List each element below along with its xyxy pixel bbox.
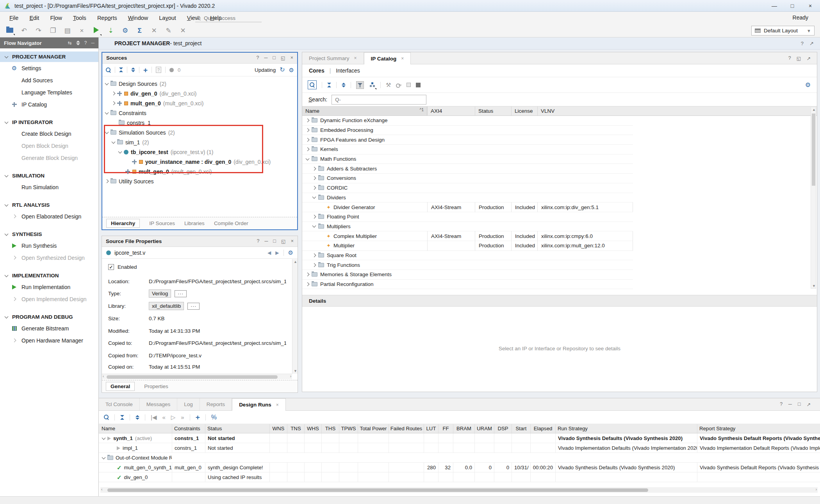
nav-item-open-elaborated-design[interactable]: Open Elaborated Design bbox=[0, 210, 98, 222]
catalog-item-divider-generator[interactable]: ✦Divider GeneratorAXI4-StreamProductionI… bbox=[302, 202, 633, 212]
stop-icon[interactable] bbox=[416, 83, 421, 87]
expand-all-icon[interactable] bbox=[342, 83, 346, 87]
column-header-status[interactable]: Status bbox=[475, 106, 511, 115]
menu-reports[interactable]: Reports bbox=[92, 15, 123, 21]
nav-item-open-implemented-design[interactable]: Open Implemented Design bbox=[0, 293, 98, 305]
nav-item-language-templates[interactable]: Language Templates bbox=[0, 86, 98, 98]
catalog-item-embedded-processing[interactable]: Embedded Processing bbox=[302, 126, 633, 135]
filter-toggle-icon[interactable] bbox=[356, 81, 364, 89]
catalog-item-adders-subtracters[interactable]: Adders & Subtracters bbox=[302, 164, 633, 174]
nav-item-add-sources[interactable]: Add Sources bbox=[0, 74, 98, 86]
catalog-item-square-root[interactable]: Square Root bbox=[302, 251, 633, 261]
source-tree-item-sim-1[interactable]: sim_1 (2) bbox=[102, 137, 297, 147]
forward-icon[interactable]: ▶ bbox=[275, 250, 279, 256]
nav-item-open-block-design[interactable]: Open Block Design bbox=[0, 140, 98, 152]
catalog-item-kernels[interactable]: Kernels bbox=[302, 145, 633, 154]
scroll-right-icon[interactable]: › bbox=[816, 487, 817, 492]
column-header-constraints[interactable]: Constraints bbox=[172, 424, 205, 433]
run-button[interactable] bbox=[92, 27, 100, 34]
catalog-item-complex-multiplier[interactable]: ✦Complex MultiplierAXI4-StreamProduction… bbox=[302, 231, 633, 241]
view-interfaces[interactable]: Interfaces bbox=[336, 67, 360, 74]
nav-section-synthesis[interactable]: SYNTHESIS bbox=[0, 229, 98, 240]
undo-icon[interactable]: ↶ bbox=[20, 27, 28, 34]
source-tree-item-design-sources[interactable]: Design Sources (2) bbox=[102, 79, 297, 89]
chevron-down-icon[interactable] bbox=[5, 173, 9, 177]
column-header-failed-routes[interactable]: Failed Routes bbox=[389, 424, 424, 433]
create-run-icon[interactable]: + bbox=[196, 413, 200, 421]
column-header-total-power[interactable]: Total Power bbox=[358, 424, 389, 433]
help-icon[interactable]: ? bbox=[84, 40, 87, 46]
chevron-down-icon[interactable] bbox=[102, 436, 106, 440]
float-icon[interactable]: ↗ bbox=[809, 41, 814, 46]
step-back-icon[interactable]: « bbox=[162, 414, 165, 420]
nav-section-simulation[interactable]: SIMULATION bbox=[0, 170, 98, 181]
menu-edit[interactable]: Edit bbox=[24, 15, 45, 21]
nav-section-program-and-debug[interactable]: PROGRAM AND DEBUG bbox=[0, 312, 98, 322]
dock-icon[interactable]: ⇆ bbox=[68, 40, 72, 46]
nav-item-generate-bitstream[interactable]: Generate Bitstream bbox=[0, 322, 98, 334]
abort-icon[interactable]: ✕ bbox=[179, 27, 187, 34]
chevron-right-icon[interactable] bbox=[306, 138, 310, 142]
chevron-down-icon[interactable] bbox=[105, 81, 109, 85]
chevron-right-icon[interactable] bbox=[112, 101, 116, 105]
minimize-panel-icon[interactable]: ─ bbox=[264, 55, 267, 61]
chevron-right-icon[interactable] bbox=[312, 186, 316, 190]
source-tree-item-utility-sources[interactable]: Utility Sources bbox=[102, 176, 297, 186]
settings-gear-icon[interactable]: ⚙ bbox=[121, 27, 129, 34]
close-icon[interactable]: × bbox=[276, 402, 279, 408]
chevron-right-icon[interactable] bbox=[105, 179, 109, 183]
scrollbar-thumb[interactable] bbox=[107, 375, 278, 379]
menu-window[interactable]: Window bbox=[123, 15, 154, 21]
browse-button[interactable]: ··· bbox=[175, 290, 187, 297]
catalog-item-math-functions[interactable]: Math Functions bbox=[302, 154, 633, 164]
help-icon[interactable]: ? bbox=[257, 238, 260, 244]
chevron-down-icon[interactable] bbox=[105, 130, 109, 134]
quick-access-search[interactable] bbox=[195, 14, 262, 22]
vertical-scrollbar[interactable]: ▲ ▼ bbox=[811, 107, 816, 289]
paste-icon[interactable]: ▤ bbox=[63, 27, 71, 34]
source-tree-item-your-instance-name-div-gen-0[interactable]: your_instance_name : div_gen_0 (div_gen_… bbox=[102, 157, 297, 167]
group-by-icon[interactable] bbox=[369, 82, 375, 88]
scroll-left-icon[interactable]: ‹ bbox=[103, 374, 104, 378]
close-icon[interactable]: × bbox=[401, 56, 404, 61]
help-icon[interactable]: ? bbox=[780, 401, 783, 407]
chevron-down-icon[interactable] bbox=[5, 202, 9, 206]
column-header-uram[interactable]: URAM bbox=[474, 424, 494, 433]
source-tree-item-mult-gen-0[interactable]: mult_gen_0 (mult_gen_0.xci) bbox=[102, 98, 297, 108]
chevron-down-icon[interactable] bbox=[5, 120, 9, 124]
column-header-elapsed[interactable]: Elapsed bbox=[530, 424, 555, 433]
minimize-panel-icon[interactable]: ─ bbox=[788, 401, 792, 407]
chevron-right-icon[interactable] bbox=[312, 215, 316, 219]
chevron-right-icon[interactable] bbox=[306, 128, 310, 132]
catalog-item-floating-point[interactable]: Floating Point bbox=[302, 212, 633, 222]
catalog-item-fpga-features-and-design[interactable]: FPGA Features and Design bbox=[302, 135, 633, 145]
help-icon[interactable]: ? bbox=[788, 55, 791, 61]
expand-all-icon[interactable] bbox=[135, 415, 139, 420]
catalog-item-dividers[interactable]: Dividers bbox=[302, 193, 633, 203]
copy-icon[interactable]: ❐ bbox=[49, 27, 57, 34]
catalog-item-dynamic-function-exchange[interactable]: Dynamic Function eXchange bbox=[302, 116, 633, 126]
menu-file[interactable]: File bbox=[4, 15, 24, 21]
field-value-input[interactable]: xil_defaultlib bbox=[149, 302, 184, 310]
column-header-start[interactable]: Start bbox=[512, 424, 530, 433]
vertical-scrollbar[interactable]: ▲ ▼ bbox=[292, 259, 298, 374]
enabled-checkbox[interactable]: ✓ bbox=[108, 264, 114, 270]
documentation-icon[interactable]: ? bbox=[156, 67, 161, 73]
nav-section-ip-integrator[interactable]: IP INTEGRATOR bbox=[0, 117, 98, 128]
source-tree-item-constrs-1[interactable]: constrs_1 bbox=[102, 118, 297, 128]
play-run-icon[interactable]: ▷ bbox=[171, 414, 176, 420]
gear-icon[interactable]: ⚙ bbox=[805, 82, 811, 88]
view-cores[interactable]: Cores bbox=[309, 67, 324, 74]
sources-tab-compile-order[interactable]: Compile Order bbox=[214, 220, 248, 226]
chevron-down-icon[interactable] bbox=[312, 195, 316, 199]
layout-selector[interactable]: Default Layout ▼ bbox=[751, 26, 815, 35]
nav-section-rtl-analysis[interactable]: RTL ANALYSIS bbox=[0, 200, 98, 210]
column-header-vlnv[interactable]: VLNV bbox=[537, 106, 633, 115]
chevron-down-icon[interactable] bbox=[102, 455, 106, 459]
refresh-icon[interactable]: ↻ bbox=[280, 67, 285, 73]
sources-tab-hierarchy[interactable]: Hierarchy bbox=[106, 219, 140, 228]
catalog-item-cordic[interactable]: CORDIC bbox=[302, 183, 633, 193]
scroll-right-icon[interactable]: › bbox=[290, 374, 291, 378]
column-header-axi4[interactable]: AXI4 bbox=[427, 106, 475, 115]
run-row-mult-gen-0-synth-1[interactable]: ✓mult_gen_0_synth_1mult_gen_0synth_desig… bbox=[99, 463, 820, 472]
